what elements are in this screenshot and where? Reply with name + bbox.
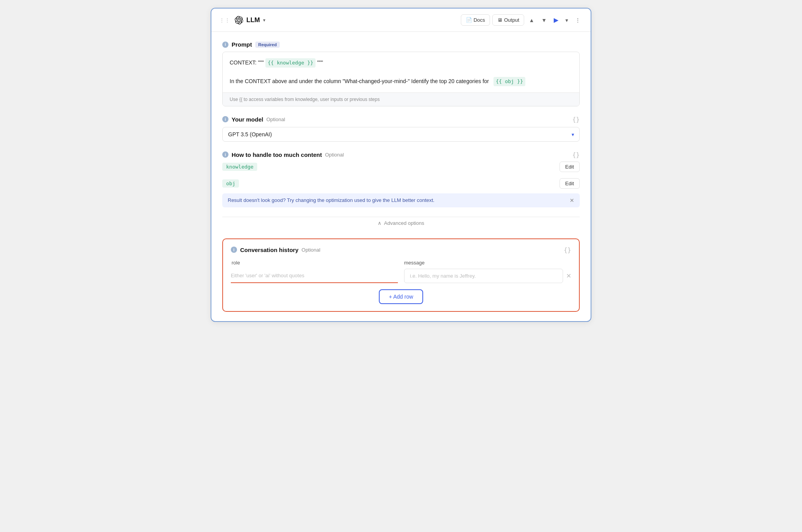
conv-label-row: i Conversation history Optional {} <box>231 246 571 254</box>
model-info-icon[interactable]: i <box>222 116 228 122</box>
run-chevron-button[interactable]: ▾ <box>563 15 570 26</box>
obj-tag: {{ obj }} <box>493 77 525 86</box>
var1-row: knowledge Edit <box>222 158 580 175</box>
advanced-options-toggle[interactable]: ∧ Advanced options <box>222 217 580 229</box>
required-badge: Required <box>255 42 280 48</box>
down-arrow-button[interactable]: ▼ <box>539 15 549 26</box>
knowledge-var-tag: knowledge <box>222 163 257 171</box>
run-button[interactable]: ▶ <box>551 14 561 26</box>
model-optional: Optional <box>266 116 285 122</box>
role-input[interactable] <box>231 269 398 283</box>
content-section: i How to handle too much content Optiona… <box>222 151 580 207</box>
content-info-icon[interactable]: i <box>222 151 228 158</box>
conv-braces-icon[interactable]: {} <box>564 246 571 254</box>
more-options-button[interactable]: ⋮ <box>573 15 583 26</box>
prompt-line1: CONTEXT: """ {{ knowledge }} """ <box>230 58 572 68</box>
info-banner: Result doesn't look good? Try changing t… <box>222 193 580 207</box>
content-braces-icon[interactable]: {} <box>572 151 580 158</box>
knowledge-tag-1: {{ knowledge }} <box>265 58 316 68</box>
model-section: i Your model Optional {} GPT 3.5 (OpenAI… <box>222 116 580 142</box>
knowledge-edit-button[interactable]: Edit <box>560 162 580 172</box>
content-optional: Optional <box>325 152 344 158</box>
card-body: i Prompt Required CONTEXT: """ {{ knowle… <box>211 32 591 321</box>
obj-edit-button[interactable]: Edit <box>560 178 580 189</box>
header-left: ⋮⋮ LLM ▾ <box>219 16 265 24</box>
header-right: 📄 Docs 🖥 Output ▲ ▼ ▶ ▾ ⋮ <box>461 14 583 26</box>
row-delete-icon[interactable]: ✕ <box>566 272 571 280</box>
model-select[interactable]: GPT 3.5 (OpenAI)GPT 4 (OpenAI)Claude 3 (… <box>222 127 580 142</box>
content-label-left: i How to handle too much content Optiona… <box>222 151 344 158</box>
message-input[interactable] <box>404 269 563 283</box>
banner-close-icon[interactable]: ✕ <box>570 197 574 203</box>
model-select-wrapper: GPT 3.5 (OpenAI)GPT 4 (OpenAI)Claude 3 (… <box>222 127 580 142</box>
table-header: role message <box>231 260 571 266</box>
banner-text: Result doesn't look good? Try changing t… <box>228 197 434 203</box>
llm-card: ⋮⋮ LLM ▾ 📄 Docs 🖥 Output ▲ ▼ ▶ ▾ ⋮ <box>211 8 591 322</box>
model-dropdown-wrapper: GPT 3.5 (OpenAI)GPT 4 (OpenAI)Claude 3 (… <box>222 127 580 142</box>
card-header: ⋮⋮ LLM ▾ 📄 Docs 🖥 Output ▲ ▼ ▶ ▾ ⋮ <box>211 9 591 32</box>
prompt-label-row: i Prompt Required <box>222 41 580 48</box>
openai-logo <box>235 16 243 24</box>
model-label-left: i Your model Optional <box>222 116 285 123</box>
title-chevron-icon[interactable]: ▾ <box>263 17 265 23</box>
advanced-options-label: Advanced options <box>384 220 424 226</box>
conv-label-left: i Conversation history Optional <box>231 247 320 253</box>
add-row-button[interactable]: + Add row <box>379 289 424 304</box>
prompt-content[interactable]: CONTEXT: """ {{ knowledge }} """ In the … <box>223 52 579 92</box>
prompt-line2: In the CONTEXT above and under the colum… <box>230 77 572 86</box>
prompt-line2-pre: In the CONTEXT above and under the colum… <box>230 78 489 84</box>
prompt-line1-pre: CONTEXT: """ <box>230 59 264 66</box>
conv-optional: Optional <box>302 247 320 253</box>
conv-info-icon[interactable]: i <box>231 247 237 253</box>
prompt-info-icon[interactable]: i <box>222 42 228 48</box>
role-input-wrapper <box>231 269 398 283</box>
drag-handle[interactable]: ⋮⋮ <box>219 17 230 23</box>
obj-var-tag: obj <box>222 179 239 188</box>
message-input-row: ✕ <box>404 269 571 283</box>
output-button[interactable]: 🖥 Output <box>492 14 524 26</box>
content-title: How to handle too much content <box>232 151 322 158</box>
advanced-chevron-icon: ∧ <box>378 220 382 226</box>
model-braces-icon[interactable]: {} <box>572 116 580 123</box>
prompt-hint: Use {{ to access variables from knowledg… <box>223 92 579 106</box>
prompt-line1-post: """ <box>317 59 323 66</box>
model-label-row: i Your model Optional {} <box>222 116 580 123</box>
add-row-wrapper: + Add row <box>231 283 571 304</box>
prompt-section: i Prompt Required CONTEXT: """ {{ knowle… <box>222 41 580 106</box>
prompt-title: Prompt <box>232 41 252 48</box>
col-role-header: role <box>232 260 398 266</box>
table-row: ✕ <box>231 269 571 283</box>
up-arrow-button[interactable]: ▲ <box>527 15 537 26</box>
model-title: Your model <box>232 116 263 123</box>
conv-title: Conversation history <box>240 247 298 253</box>
conversation-history-section: i Conversation history Optional {} role … <box>222 238 580 312</box>
docs-icon: 📄 <box>466 17 472 23</box>
header-title: LLM <box>246 16 260 24</box>
var2-row: obj Edit <box>222 175 580 192</box>
prompt-box[interactable]: CONTEXT: """ {{ knowledge }} """ In the … <box>222 52 580 106</box>
output-icon: 🖥 <box>497 17 502 23</box>
col-message-header: message <box>404 260 570 266</box>
content-label-row: i How to handle too much content Optiona… <box>222 151 580 158</box>
docs-button[interactable]: 📄 Docs <box>461 14 490 26</box>
